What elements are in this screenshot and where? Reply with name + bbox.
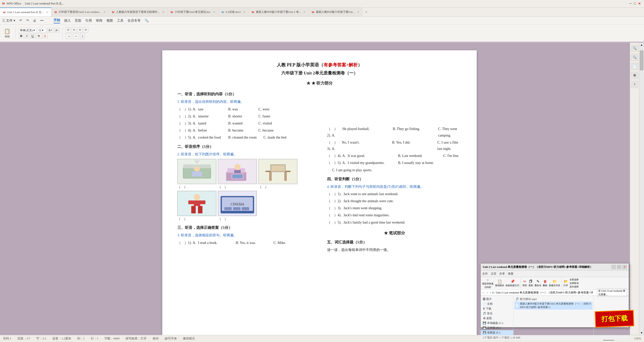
tab-1[interactable]: W 六年级下册美语Unit2 Last weeken... ✕	[51, 8, 109, 17]
ribbon-paste[interactable]: 📋 粘贴	[2, 27, 12, 39]
fm-paste-icon[interactable]: 📌	[510, 279, 515, 284]
fm-copy-icon[interactable]: 📋	[498, 279, 502, 284]
menu-review[interactable]: 审阅	[96, 18, 102, 23]
fm-sidebar-docs[interactable]: 📄 文档	[481, 302, 513, 306]
strikethrough-btn[interactable]: S	[36, 33, 41, 38]
justify-btn[interactable]: ≡	[83, 27, 88, 33]
menu-file[interactable]: 三 文件 ▾	[2, 18, 15, 23]
fm-sidebar-desktop[interactable]: 🖥 桌面	[481, 316, 513, 321]
font-family-select[interactable]: 宋体(正文) ▾	[19, 28, 36, 33]
right-tool-3[interactable]: 📄	[631, 63, 638, 70]
fm-close-btn[interactable]: ✕	[623, 265, 627, 269]
tab-0[interactable]: W Unit 2 Last weekend Part B 主... ✕	[0, 8, 51, 17]
fm-forward-nav[interactable]: →	[486, 291, 489, 294]
maximize-btn[interactable]: □	[634, 2, 636, 6]
font-grow[interactable]: A+	[47, 28, 53, 33]
fm-sidebar-d-drive[interactable]: 💾 工作室 (D:)	[481, 325, 513, 330]
menu-ref[interactable]: 引用	[85, 18, 92, 23]
tab-4[interactable]: W 6.2试卷.docx ✕	[218, 8, 249, 17]
fm-address-bar[interactable]: ← → ↑ 4 › Unit 2 Last weekend 单元质量检测卷（一）…	[481, 290, 629, 296]
tab-5[interactable]: W 最新人教PEP版六年级下册Unit 2 单... ✕	[249, 8, 309, 17]
tab-close-3[interactable]: ✕	[213, 11, 215, 13]
close-btn[interactable]: ✕	[638, 2, 641, 6]
menu-search[interactable]: 🔍	[145, 19, 149, 23]
p3-q5-b: B. I usually stay at home.	[398, 160, 434, 166]
two-col-layout: 一、听音，选择听到的内容（5分） 1. 听录音，选出你所听到的内容。听两遍。 （…	[177, 89, 462, 253]
menu-tools[interactable]: 工具	[117, 18, 124, 23]
font-shrink[interactable]: A-	[54, 28, 60, 33]
fm-back-nav[interactable]: ←	[482, 291, 485, 294]
fm-invert-label[interactable]: 反向选择	[570, 285, 579, 288]
menu-redo[interactable]: ↷	[26, 19, 29, 23]
tab-close-5[interactable]: ✕	[303, 11, 305, 13]
fm-tab-view[interactable]: 查看	[508, 272, 513, 276]
fm-new-folder-icon[interactable]: 📁	[552, 279, 557, 284]
align-center-btn[interactable]: ≡	[72, 27, 76, 33]
p3-q1-c: C. Mike.	[273, 240, 286, 246]
font-size-select[interactable]: 12 ▾	[37, 28, 46, 32]
right-tool-2[interactable]: 🔍	[631, 54, 638, 61]
fm-minimize-btn[interactable]: ─	[612, 265, 616, 269]
minimize-btn[interactable]: ─	[629, 2, 632, 6]
tab-close-0[interactable]: ✕	[46, 11, 48, 14]
tab-2[interactable]: W 人教版六年级英语下册单元检测作... ✕	[109, 8, 167, 17]
fm-sidebar-c-drive[interactable]: 💾 本地磁盘 (C:)	[481, 321, 513, 325]
color-btn[interactable]: A	[42, 33, 48, 38]
fm-tab-share[interactable]: 共享	[499, 272, 505, 276]
scrollbar-thumb[interactable]	[640, 50, 643, 70]
fm-tab-home[interactable]: 主页	[491, 272, 496, 276]
indent-btn[interactable]: →	[66, 33, 72, 39]
tab-add-btn[interactable]: +	[363, 8, 370, 17]
fm-rename-icon[interactable]: ✎	[537, 279, 540, 284]
menu-print[interactable]: 🖨	[33, 19, 36, 23]
fm-tab-file[interactable]: 文件	[482, 272, 488, 276]
fm-sidebar-e-drive[interactable]: 💾 老硬盘 (E:)	[481, 330, 513, 335]
download-badge[interactable]: 打包下载	[595, 310, 634, 327]
menu-start[interactable]: 开始	[54, 18, 60, 23]
fm-select-all-label[interactable]: 全部选择	[570, 278, 579, 281]
scrollbar[interactable]: ▲ ▼	[639, 43, 644, 335]
align-right-btn[interactable]: ≡	[77, 27, 82, 33]
fm-sidebar-downloads[interactable]: ⬇ 下载	[481, 306, 513, 311]
tab-3[interactable]: W 六年级下册Unit2单元测试.doc ✕	[168, 8, 219, 17]
outdent-btn[interactable]: ←	[73, 33, 79, 39]
fm-file-mp3[interactable]: 🎵 听力部分.mp3	[514, 297, 592, 302]
download-badge-text[interactable]: 打包下载	[601, 314, 628, 324]
fm-search-input[interactable]: 在 Unit 2 Last weekend 单元质量...	[597, 289, 627, 297]
p3-q1-a: I read a book.	[198, 240, 236, 246]
scroll-up-btn[interactable]: ▲	[639, 43, 644, 47]
tab-close-6[interactable]: ✕	[357, 11, 359, 13]
fm-file-doc[interactable]: 📄 最新人教PEP版六年级下册Unit2 单元质量检测卷（一）（含听力MP3+听…	[514, 302, 592, 310]
menu-undo[interactable]: ↶	[19, 19, 22, 23]
menu-view[interactable]: 视图	[106, 18, 113, 23]
tab-close-1[interactable]: ✕	[103, 11, 105, 13]
scroll-down-btn[interactable]: ▼	[639, 331, 644, 335]
section-writing: ★ 笔试部分	[327, 230, 462, 237]
tab-close-4[interactable]: ✕	[243, 11, 245, 13]
right-column: （ ）2). A. He played football. B. They go…	[322, 89, 462, 253]
fm-back-icon[interactable]: ←	[486, 278, 490, 282]
menu-more[interactable]: •••	[40, 19, 44, 23]
menu-insert[interactable]: 插入	[64, 18, 71, 23]
fm-delete-icon[interactable]: 🗑	[543, 280, 547, 284]
fm-sidebar-music[interactable]: 🎵 音乐	[481, 311, 513, 316]
menu-member[interactable]: 合员专享	[128, 18, 141, 23]
align-left-btn[interactable]: ≡	[66, 27, 70, 33]
fm-sidebar-pictures[interactable]: 🖼 图片	[481, 297, 513, 302]
right-tool-1[interactable]: 🔍	[631, 45, 638, 52]
linespace-btn[interactable]: ↕	[80, 33, 85, 39]
fm-copy2-icon[interactable]: 🗍	[529, 280, 533, 284]
fm-deselect-label[interactable]: 全部取消	[570, 282, 579, 285]
tab-close-2[interactable]: ✕	[162, 11, 164, 13]
right-tool-4[interactable]: ⚙	[631, 72, 638, 79]
right-tool-5[interactable]: ?	[631, 81, 638, 88]
fm-up-nav[interactable]: ↑	[490, 291, 491, 294]
underline-btn[interactable]: U	[30, 33, 35, 38]
italic-btn[interactable]: I	[25, 33, 29, 38]
fm-scissors-icon[interactable]: ✂	[523, 279, 526, 284]
bold-btn[interactable]: B	[19, 33, 24, 38]
tab-6[interactable]: W 最新人教PEP版六年级下册Uni... ✕	[309, 8, 363, 17]
fm-open-icon[interactable]: 📂	[564, 279, 568, 284]
menu-page[interactable]: 页面	[75, 18, 81, 23]
fm-maximize-btn[interactable]: □	[617, 265, 621, 269]
